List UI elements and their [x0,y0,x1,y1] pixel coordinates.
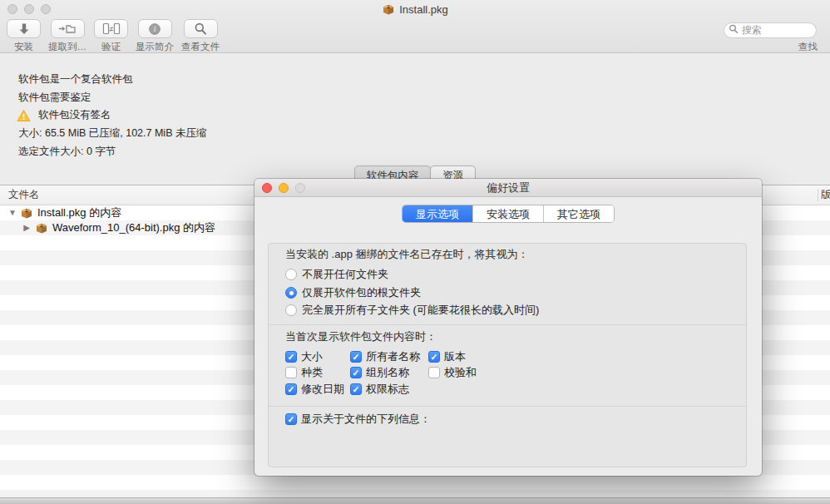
checkbox-owner-name[interactable]: ✓ 所有者名称 [350,349,428,364]
checkbox-checked-icon: ✓ [285,351,297,363]
dialog-tab-bar: 显示选项 安装选项 其它选项 [402,205,615,223]
column-header-version-partial[interactable]: 版 [821,185,830,205]
toolbar-button-label: 验证 [101,41,121,53]
search-icon [729,24,739,34]
section-divider [269,406,746,407]
show-info-button[interactable]: i 显示简介 [136,19,174,53]
info-selected-size-line: 选定文件大小: 0 字节 [18,145,116,159]
file-row-label: Install.pkg 的内容 [37,205,121,220]
checkbox-group-name[interactable]: ✓ 组别名称 [350,365,428,380]
checkbox-label: 所有者名称 [366,349,420,364]
extract-to-folder-icon [58,22,77,35]
radio-icon [285,304,297,316]
radio-label: 不展开任何文件夹 [302,267,388,282]
checkbox-label: 种类 [301,365,323,380]
radio-expand-all[interactable]: 完全展开所有子文件夹 (可能要花很长的载入时间) [285,303,539,318]
svg-text:≠: ≠ [109,25,113,33]
window-bottom-edge [0,497,830,504]
checkbox-label: 校验和 [444,365,477,380]
checkbox-checked-icon: ✓ [350,367,362,378]
checkbox-label: 修改日期 [301,382,344,397]
toolbar-button-label: 显示简介 [136,41,174,53]
checkbox-kind[interactable]: 种类 [285,365,350,380]
info-circle-icon: i [148,22,161,36]
column-header-filename[interactable]: 文件名 [8,185,40,205]
expand-section-label: 当安装的 .app 捆绑的文件名已存在时，将其视为： [285,247,529,262]
radio-icon [285,269,297,280]
checkbox-modified-date[interactable]: ✓ 修改日期 [285,382,350,397]
radio-label: 仅展开软件包的根文件夹 [302,285,421,300]
checkbox-permission-flags[interactable]: ✓ 权限标志 [350,382,428,397]
warning-icon [17,109,31,122]
window-titlebar: Install.pkg [0,0,830,18]
checkbox-show-file-info[interactable]: ✓ 显示关于文件的下列信息： [285,412,431,427]
checkbox-checked-icon: ✓ [350,383,362,395]
info-warning-line: 软件包没有签名 [17,108,111,122]
radio-expand-root[interactable]: 仅展开软件包的根文件夹 [285,285,421,300]
columns-section-label: 当首次显示软件包文件内容时： [285,329,437,344]
disclosure-open-icon[interactable]: ▼ [7,205,17,220]
radio-checked-icon [285,287,297,299]
checkbox-label: 组别名称 [366,365,409,380]
checkbox-label: 大小 [301,349,323,364]
checkbox-label: 版本 [444,349,466,364]
toolbar-button-label: 提取到… [48,41,86,53]
package-icon [382,2,395,16]
checkbox-checked-icon: ✓ [428,351,440,363]
checkbox-label: 权限标志 [366,382,409,397]
radio-label: 完全展开所有子文件夹 (可能要花很长的载入时间) [302,303,539,318]
columns-checkbox-grid: ✓ 大小 ✓ 所有者名称 ✓ 版本 种类 ✓ 组别名称 [285,348,477,398]
info-composite-line: 软件包是一个复合软件包 [18,72,133,86]
verify-documents-icon: ≠ [102,22,121,35]
checkbox-checked-icon: ✓ [285,413,297,425]
checkbox-unchecked-icon [285,367,297,378]
package-icon [35,221,48,235]
dialog-titlebar: 偏好设置 [254,179,762,197]
toolbar-button-label: 查看文件 [181,41,220,53]
arrow-down-icon [17,22,32,35]
preferences-dialog: 偏好设置 显示选项 安装选项 其它选项 当安装的 .app 捆绑的文件名已存在时… [254,179,762,476]
checkbox-checksum[interactable]: 校验和 [428,365,477,380]
verify-button[interactable]: ≠ 验证 [94,19,128,53]
info-auth-line: 软件包需要鉴定 [18,91,91,105]
file-row-label: Waveform_10_(64-bit).pkg 的内容 [52,220,215,235]
magnifier-icon [194,22,207,36]
install-button[interactable]: 安装 [7,19,41,53]
package-icon [20,206,33,220]
app-window: Install.pkg 安装 [0,0,830,504]
section-divider [269,324,746,325]
checkbox-size[interactable]: ✓ 大小 [285,349,350,364]
window-title: Install.pkg [399,3,448,16]
checkbox-checked-icon: ✓ [350,351,362,363]
find-label: 查找 [724,41,819,53]
toolbar-button-label: 安装 [14,41,33,53]
warning-text: 软件包没有签名 [38,108,111,122]
view-file-button[interactable]: 查看文件 [181,19,220,53]
toolbar: 安装 提取到… ≠ [7,19,220,53]
radio-expand-none[interactable]: 不展开任何文件夹 [285,267,388,282]
checkbox-version[interactable]: ✓ 版本 [428,349,477,364]
tab-install-options[interactable]: 安装选项 [472,205,543,222]
checkbox-checked-icon: ✓ [285,383,297,395]
tab-other-options[interactable]: 其它选项 [543,205,614,222]
window-chrome: Install.pkg 安装 [0,0,830,53]
disclosure-closed-icon[interactable]: ▶ [22,220,32,235]
search-area: 查找 [724,22,819,53]
checkbox-unchecked-icon [428,367,440,378]
dialog-title: 偏好设置 [254,179,762,197]
display-options-panel: 当安装的 .app 捆绑的文件名已存在时，将其视为： 不展开任何文件夹 仅展开软… [268,243,747,467]
extract-to-button[interactable]: 提取到… [48,19,86,53]
column-divider[interactable] [818,189,818,201]
info-size-line: 大小: 65.5 MiB 已压缩, 102.7 MiB 未压缩 [18,126,206,141]
svg-text:i: i [154,25,156,33]
checkbox-label: 显示关于文件的下列信息： [301,412,431,427]
tab-display-options[interactable]: 显示选项 [403,205,472,222]
